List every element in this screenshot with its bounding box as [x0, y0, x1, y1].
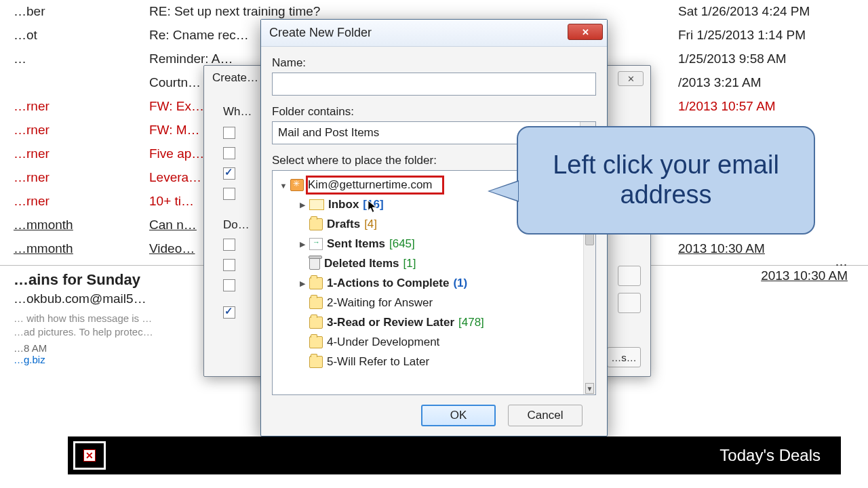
tree-label: Kim@getturnertime.com	[308, 178, 433, 191]
item-count: [478]	[458, 316, 484, 329]
checkbox[interactable]	[223, 279, 235, 291]
checkbox[interactable]	[223, 188, 235, 200]
banner-text: Today's Deals	[719, 446, 821, 465]
behind-do-label: Do…	[223, 218, 250, 232]
dialog-title: Create New Folder	[269, 26, 372, 40]
email-from: …mmonth	[0, 241, 136, 256]
ok-button[interactable]: OK	[421, 405, 496, 426]
ad-banner: ✕ Today's Deals	[68, 436, 841, 474]
folder-icon	[309, 356, 323, 368]
email-date: 1/25/2013 9:58 AM	[671, 52, 868, 66]
checkbox[interactable]	[223, 239, 235, 251]
tree-item[interactable]: 4-Under Development	[273, 332, 595, 352]
broken-image-icon: ✕	[73, 441, 106, 470]
close-button[interactable]: ✕	[568, 24, 603, 40]
combo-value: Mail and Post Items	[278, 126, 379, 140]
preview-infobar: … with how this message is ……ad pictures…	[0, 306, 203, 338]
tree-item[interactable]: Sent Items[645]	[273, 234, 595, 253]
folder-name-input[interactable]	[272, 73, 596, 96]
tree-label: 4-Under Development	[327, 336, 439, 349]
email-from: …mmonth	[0, 218, 136, 232]
email-from	[0, 75, 136, 90]
partial-date: 2013 10:30 AM	[761, 268, 848, 283]
behind-dialog-title: Create…	[212, 71, 258, 85]
tree-item[interactable]: Deleted Items[1]	[273, 253, 595, 273]
checkbox[interactable]	[223, 127, 235, 139]
highlighted-account[interactable]: Kim@getturnertime.com	[306, 176, 444, 195]
tree-label: 2-Waiting for Answer	[327, 296, 433, 310]
email-from: …	[0, 52, 136, 66]
close-icon[interactable]: ✕	[618, 71, 644, 86]
tree-label: 3-Read or Review Later	[327, 316, 454, 329]
behind-options-button[interactable]: …s…	[607, 347, 641, 367]
email-from: …rner	[0, 123, 136, 138]
behind-button[interactable]	[618, 266, 641, 286]
folder-icon	[309, 317, 323, 329]
tree-label: Drafts	[327, 218, 360, 231]
email-from: …ot	[0, 28, 136, 43]
root-icon	[290, 179, 304, 191]
email-from: …rner	[0, 146, 136, 161]
folder-icon	[309, 218, 323, 230]
partial-date: …	[835, 254, 848, 269]
checkbox-checked[interactable]	[223, 167, 235, 180]
tree-label: 1-Actions to Complete	[327, 277, 449, 290]
trash-icon	[309, 258, 320, 270]
tree-label: Inbox	[328, 198, 359, 211]
email-subject: RE: Set up next training time?	[136, 4, 671, 19]
dialog-titlebar[interactable]: Create New Folder ✕	[261, 20, 607, 47]
tree-item[interactable]: 2-Waiting for Answer	[273, 293, 595, 312]
email-from: …rner	[0, 99, 136, 114]
email-date: Fri 1/25/2013 1:14 PM	[671, 28, 868, 43]
expander-icon[interactable]	[297, 279, 308, 288]
email-date: /2013 3:21 AM	[671, 75, 868, 90]
email-from: …rner	[0, 194, 136, 209]
expander-icon[interactable]	[278, 182, 289, 190]
email-from: …rner	[0, 170, 136, 185]
mail-icon	[309, 199, 324, 210]
callout-tail	[490, 182, 518, 201]
item-count: [645]	[389, 237, 415, 251]
behind-button[interactable]	[618, 293, 641, 313]
item-count: [16]	[363, 198, 383, 211]
expander-icon[interactable]	[297, 201, 308, 209]
sent-icon	[309, 238, 323, 250]
item-count: [1]	[403, 257, 416, 270]
tree-label: Sent Items	[327, 237, 385, 251]
email-date: 1/2013 10:57 AM	[671, 99, 868, 114]
tree-item[interactable]: 1-Actions to Complete(1)	[273, 273, 595, 293]
item-count: (1)	[453, 277, 467, 290]
contains-label: Folder contains:	[272, 105, 596, 119]
folder-icon	[309, 297, 323, 309]
folder-icon	[309, 336, 323, 348]
expander-icon[interactable]	[297, 240, 308, 249]
email-from: …ber	[0, 4, 136, 19]
name-label: Name:	[272, 56, 596, 70]
instruction-callout: Left click your email address	[517, 126, 815, 235]
cancel-button[interactable]: Cancel	[508, 405, 583, 426]
item-count: [4]	[364, 218, 377, 231]
tree-label: 5-Will Refer to Later	[327, 355, 429, 369]
checkbox-checked[interactable]	[223, 306, 235, 319]
tree-item[interactable]: 3-Read or Review Later[478]	[273, 312, 595, 332]
checkbox[interactable]	[223, 259, 235, 271]
checkbox[interactable]	[223, 147, 235, 159]
behind-where-label: Wh…	[223, 105, 252, 119]
tree-item[interactable]: 5-Will Refer to Later	[273, 352, 595, 371]
email-date: Sat 1/26/2013 4:24 PM	[671, 4, 868, 19]
tree-label: Deleted Items	[324, 257, 399, 270]
folder-icon	[309, 277, 323, 289]
scroll-down-icon[interactable]: ▼	[585, 383, 594, 394]
